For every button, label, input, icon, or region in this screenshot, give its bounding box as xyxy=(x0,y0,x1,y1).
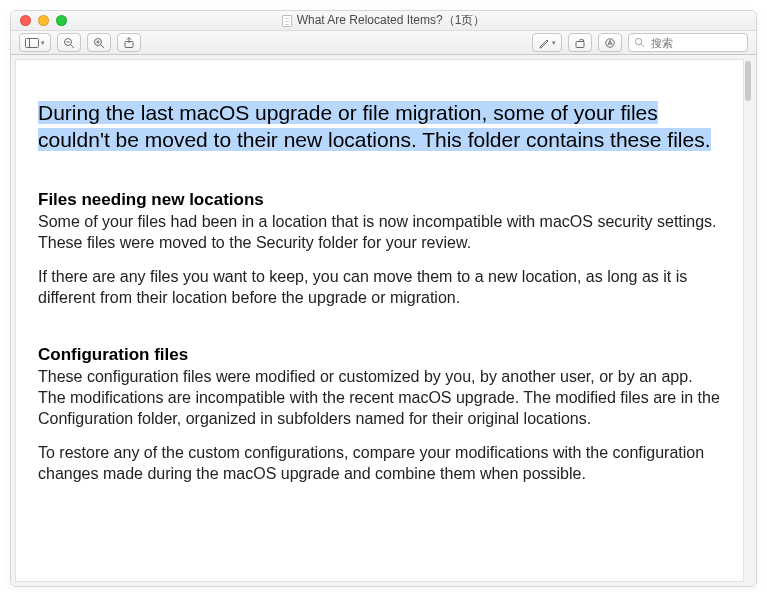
search-icon xyxy=(634,37,645,48)
preview-window: What Are Relocated Items?（1页） ▾ xyxy=(10,10,757,587)
vertical-scrollbar[interactable] xyxy=(744,59,752,582)
search-input[interactable] xyxy=(649,36,742,50)
section-heading-config: Configuration files xyxy=(38,345,721,365)
intro-paragraph: During the last macOS upgrade or file mi… xyxy=(38,100,721,154)
sidebar-toggle-button[interactable]: ▾ xyxy=(19,33,51,52)
window-controls xyxy=(20,15,67,26)
svg-rect-0 xyxy=(26,38,39,47)
svg-line-14 xyxy=(641,44,644,47)
rotate-button[interactable] xyxy=(568,33,592,52)
scrollbar-thumb[interactable] xyxy=(745,61,751,101)
chevron-down-icon: ▾ xyxy=(41,39,45,47)
toolbar: ▾ xyxy=(11,31,756,55)
content-area: During the last macOS upgrade or file mi… xyxy=(11,55,756,586)
document-icon xyxy=(282,15,292,27)
zoom-out-button[interactable] xyxy=(57,33,81,52)
zoom-window-button[interactable] xyxy=(56,15,67,26)
minimize-window-button[interactable] xyxy=(38,15,49,26)
svg-rect-11 xyxy=(576,41,584,47)
search-field[interactable] xyxy=(628,33,748,52)
titlebar: What Are Relocated Items?（1页） xyxy=(11,11,756,31)
svg-line-3 xyxy=(71,45,74,48)
zoom-in-icon xyxy=(93,37,105,49)
svg-line-6 xyxy=(101,45,104,48)
section1-paragraph1: Some of your files had been in a locatio… xyxy=(38,212,721,254)
sidebar-icon xyxy=(25,38,39,48)
rotate-icon xyxy=(574,37,586,49)
highlight-button[interactable] xyxy=(598,33,622,52)
window-title-text: What Are Relocated Items?（1页） xyxy=(297,12,486,29)
svg-point-13 xyxy=(635,38,641,44)
section-heading-files: Files needing new locations xyxy=(38,190,721,210)
share-icon xyxy=(123,37,135,49)
document-page: During the last macOS upgrade or file mi… xyxy=(15,59,744,582)
share-button[interactable] xyxy=(117,33,141,52)
section2-paragraph1: These configuration files were modified … xyxy=(38,367,721,429)
pencil-icon xyxy=(538,37,550,49)
chevron-down-icon: ▾ xyxy=(552,39,556,47)
intro-text-highlighted[interactable]: During the last macOS upgrade or file mi… xyxy=(38,101,711,151)
zoom-in-button[interactable] xyxy=(87,33,111,52)
zoom-out-icon xyxy=(63,37,75,49)
markup-button[interactable]: ▾ xyxy=(532,33,562,52)
window-title: What Are Relocated Items?（1页） xyxy=(282,12,486,29)
section2-paragraph2: To restore any of the custom configurati… xyxy=(38,443,721,485)
highlight-icon xyxy=(604,37,616,49)
close-window-button[interactable] xyxy=(20,15,31,26)
section1-paragraph2: If there are any files you want to keep,… xyxy=(38,267,721,309)
